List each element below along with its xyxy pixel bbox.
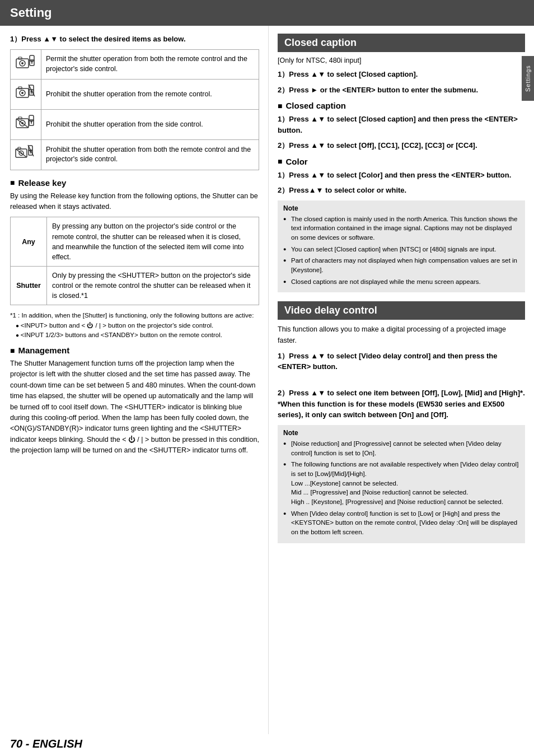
release-key-title: Release key — [10, 178, 259, 188]
video-delay-header: Video delay control — [278, 301, 525, 320]
cc-note-item-4: Closed captions are not displayed while … — [283, 277, 519, 287]
footnote-item-1: <INPUT> button and < ⏻ / | > button on t… — [16, 321, 259, 330]
vd-note-list: [Noise reduction] and [Progressive] cann… — [283, 439, 519, 537]
release-label-shutter: Shutter — [11, 266, 47, 305]
vd-note-item-2: The following functions are not availabl… — [283, 460, 519, 506]
cc-note-box: Note The closed caption is mainly used i… — [278, 200, 525, 293]
shutter-permit-icon — [15, 53, 36, 71]
cc-subsection-title: Closed caption — [278, 101, 525, 110]
vd-note-item-1: [Noise reduction] and [Progressive] cann… — [283, 439, 519, 458]
right-column: Closed caption [Only for NTSC, 480i inpu… — [269, 26, 534, 734]
settings-sidebar-label: Settings — [522, 56, 534, 101]
shutter-prohibit-remote-text: Prohibit the shutter operation from the … — [41, 80, 259, 110]
cc-step-2-text: 2）Press ► or the <ENTER> button to enter… — [278, 86, 478, 94]
svg-rect-3 — [18, 57, 22, 59]
color-subsection-title: Color — [278, 157, 525, 166]
footnote: *1 : In addition, when the [Shutter] is … — [10, 311, 259, 340]
video-delay-description: This function allows you to make a digit… — [278, 324, 525, 346]
vd-note-title: Note — [283, 429, 519, 437]
table-row: Prohibit the shutter operation from both… — [11, 139, 259, 170]
color-step-2-text: 2）Press▲▼ to select color or white. — [278, 186, 406, 194]
vd-step-2-text: 2）Press ▲▼ to select one item between [O… — [278, 389, 525, 419]
svg-point-2 — [21, 62, 24, 64]
management-paragraph: The Shutter Management function turns of… — [10, 358, 259, 456]
cc-sub-step-2-text: 2）Press ▲▼ to select [Off], [CC1], [CC2]… — [278, 141, 477, 150]
shutter-prohibit-both-icon — [15, 143, 36, 161]
footnote-list: <INPUT> button and < ⏻ / | > button on t… — [10, 321, 259, 340]
svg-line-30 — [16, 149, 27, 157]
cc-note-item-1: The closed caption is mainly used in the… — [283, 214, 519, 242]
vd-note-item-3: When [Video delay control] function is s… — [283, 509, 519, 537]
main-content: 1）Press ▲▼ to select the desired items a… — [0, 26, 534, 734]
intro-step-text: 1）Press ▲▼ to select the desired items a… — [10, 35, 186, 43]
table-row: Prohibit the shutter operation from the … — [11, 110, 259, 140]
shutter-prohibit-both-text: Prohibit the shutter operation from both… — [41, 139, 259, 170]
vd-step-2: 2）Press ▲▼ to select one item between [O… — [278, 377, 525, 421]
color-step-1: 1）Press ▲▼ to select [Color] and then pr… — [278, 170, 525, 181]
ntsc-note: [Only for NTSC, 480i input] — [278, 57, 525, 64]
cc-step-1-text: 1）Press ▲▼ to select [Closed caption]. — [278, 70, 418, 78]
management-title: Management — [10, 346, 259, 355]
release-label-any: Any — [11, 217, 47, 267]
color-step-2: 2）Press▲▼ to select color or white. — [278, 185, 525, 196]
release-text-shutter: Only by pressing the <SHUTTER> button on… — [47, 266, 259, 305]
release-table: Any By pressing any button on the projec… — [10, 217, 259, 305]
vd-step-1: 1）Press ▲▼ to select [Video delay contro… — [278, 351, 525, 372]
left-column: 1）Press ▲▼ to select the desired items a… — [0, 26, 269, 734]
footnote-item-2: <INPUT 1/2/3> buttons and <STANDBY> butt… — [16, 330, 259, 340]
closed-caption-header: Closed caption — [278, 34, 525, 52]
release-text-any: By pressing any button on the projector'… — [47, 217, 259, 267]
footnote-text: In addition, when the [Shutter] is funct… — [21, 312, 254, 319]
page: Setting 1）Press ▲▼ to select the desired… — [0, 0, 534, 756]
cc-sub-step-1-text: 1）Press ▲▼ to select [Closed caption] an… — [278, 115, 518, 134]
shutter-prohibit-remote-icon — [15, 83, 36, 101]
shutter-permit-text: Permit the shutter operation from both t… — [41, 49, 259, 80]
cc-note-item-3: Part of characters may not displayed whe… — [283, 256, 519, 274]
svg-point-10 — [21, 92, 24, 94]
shutter-prohibit-side-text: Prohibit the shutter operation from the … — [41, 110, 259, 140]
shutter-options-table: Permit the shutter operation from both t… — [10, 49, 259, 170]
icon-cell-1 — [11, 49, 41, 80]
page-number: 70 - ENGLISH — [10, 738, 82, 750]
release-key-description: By using the Release key function from t… — [10, 191, 259, 213]
shutter-prohibit-side-icon — [15, 113, 36, 131]
color-step-1-text: 1）Press ▲▼ to select [Color] and then pr… — [278, 171, 511, 179]
page-footer: 70 - ENGLISH — [0, 734, 534, 756]
page-header: Setting — [0, 0, 534, 26]
cc-sub-step-2: 2）Press ▲▼ to select [Off], [CC1], [CC2]… — [278, 140, 525, 151]
table-row: Any By pressing any button on the projec… — [11, 217, 259, 267]
table-row: Shutter Only by pressing the <SHUTTER> b… — [11, 266, 259, 305]
svg-point-25 — [31, 121, 32, 123]
intro-step: 1）Press ▲▼ to select the desired items a… — [10, 34, 259, 45]
icon-cell-4 — [11, 139, 41, 170]
table-row: Prohibit the shutter operation from the … — [11, 80, 259, 110]
svg-point-7 — [31, 60, 33, 62]
icon-cell-3 — [11, 110, 41, 140]
vd-step-1-text: 1）Press ▲▼ to select [Video delay contro… — [278, 352, 498, 371]
table-row: Permit the shutter operation from both t… — [11, 49, 259, 80]
icon-cell-2 — [11, 80, 41, 110]
cc-sub-step-1: 1）Press ▲▼ to select [Closed caption] an… — [278, 114, 525, 136]
cc-note-title: Note — [283, 204, 519, 212]
cc-note-list: The closed caption is mainly used in the… — [283, 214, 519, 287]
vd-note-box: Note [Noise reduction] and [Progressive]… — [278, 425, 525, 543]
cc-step-1: 1）Press ▲▼ to select [Closed caption]. — [278, 69, 525, 80]
cc-note-item-2: You can select [Closed caption] when [NT… — [283, 245, 519, 254]
video-delay-section: Video delay control This function allows… — [278, 301, 525, 543]
footnote-marker: *1 : — [10, 312, 20, 319]
cc-step-2: 2）Press ► or the <ENTER> button to enter… — [278, 85, 525, 96]
page-title: Setting — [10, 6, 52, 20]
